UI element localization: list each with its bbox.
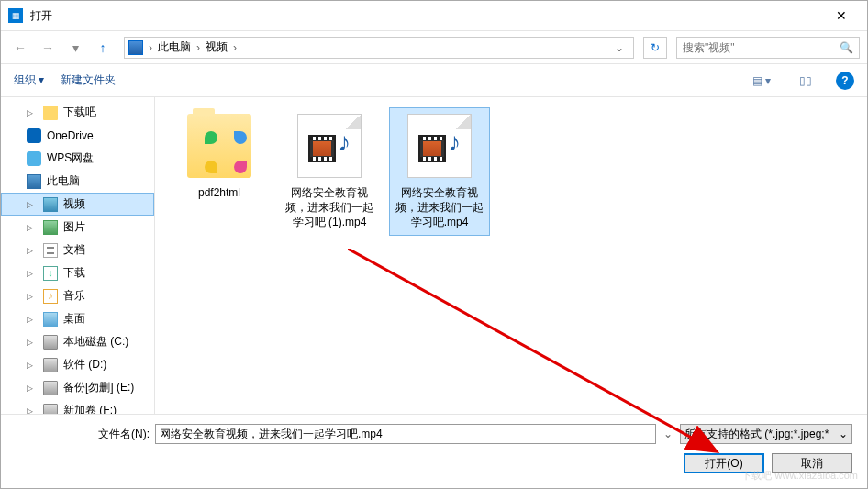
sidebar-item-6[interactable]: ▷文档 [1, 239, 154, 261]
file-label: 网络安全教育视频，进来我们一起学习吧.mp4 [392, 185, 487, 229]
tree-label: WPS网盘 [47, 150, 94, 166]
tree-icon [43, 381, 58, 395]
expand-icon: ▷ [27, 223, 33, 232]
filename-input[interactable] [155, 424, 656, 444]
tree-icon [43, 404, 58, 415]
tree-label: 图片 [63, 219, 85, 235]
sidebar-item-3[interactable]: 此电脑 [1, 170, 154, 193]
breadcrumb-dropdown[interactable]: ⌄ [609, 41, 629, 54]
chevron-right-icon: › [231, 41, 239, 54]
breadcrumb-root[interactable]: 此电脑 [154, 39, 195, 55]
breadcrumb-current[interactable]: 视频 [202, 39, 231, 55]
file-label: 网络安全教育视频，进来我们一起学习吧 (1).mp4 [282, 185, 377, 229]
expand-icon: ▷ [27, 108, 33, 117]
window-title: 打开 [30, 8, 52, 24]
preview-pane-button[interactable]: ▯▯ [792, 71, 819, 91]
tree-label: 本地磁盘 (C:) [63, 334, 128, 350]
tree-icon [43, 312, 58, 327]
dialog-body: ▷下载吧OneDriveWPS网盘此电脑▷视频▷图片▷文档▷下载▷音乐▷桌面▷本… [1, 96, 867, 414]
view-icons-button[interactable]: ▤ ▾ [748, 71, 775, 91]
tree-icon [43, 266, 58, 281]
tree-label: 文档 [63, 242, 85, 258]
nav-forward-button[interactable]: → [36, 37, 60, 59]
sidebar-item-12[interactable]: ▷备份[勿删] (E:) [1, 376, 154, 399]
sidebar-item-0[interactable]: ▷下载吧 [1, 101, 154, 124]
expand-icon: ▷ [27, 292, 33, 301]
toolbar: 组织 ▾ 新建文件夹 ▤ ▾ ▯▯ ? [1, 63, 867, 96]
cancel-button[interactable]: 取消 [772, 453, 852, 473]
file-open-dialog: ▦ 打开 ✕ ← → ▾ ↑ › 此电脑 › 视频 › ⌄ ↻ 🔍 组织 ▾ 新… [0, 0, 868, 489]
video-file-icon: ♪ [407, 114, 472, 178]
tree-label: 音乐 [63, 288, 85, 304]
sidebar-item-4[interactable]: ▷视频 [1, 193, 154, 216]
sidebar-item-5[interactable]: ▷图片 [1, 216, 154, 239]
chevron-right-icon: › [195, 41, 202, 54]
file-item-2[interactable]: ♪网络安全教育视频，进来我们一起学习吧.mp4 [390, 108, 489, 235]
file-label: pdf2html [198, 185, 240, 200]
tree-icon [43, 197, 58, 212]
sidebar-item-2[interactable]: WPS网盘 [1, 147, 154, 170]
tree-icon [43, 289, 58, 304]
expand-icon: ▷ [27, 338, 33, 347]
filename-label: 文件名(N): [16, 427, 150, 442]
pc-icon [128, 40, 143, 55]
dialog-footer: 文件名(N): ⌄ 所有支持的格式 (*.jpg;*.jpeg;* ⌄ 打开(O… [1, 414, 867, 488]
filetype-label: 所有支持的格式 (*.jpg;*.jpeg;* [684, 427, 839, 442]
expand-icon: ▷ [27, 406, 33, 415]
tree-label: 软件 (D:) [63, 357, 106, 372]
file-item-0[interactable]: pdf2html [170, 108, 269, 206]
nav-bar: ← → ▾ ↑ › 此电脑 › 视频 › ⌄ ↻ 🔍 [1, 30, 867, 63]
folder-icon [187, 114, 251, 178]
search-box[interactable]: 🔍 [676, 37, 860, 59]
sidebar-item-11[interactable]: ▷软件 (D:) [1, 353, 154, 376]
expand-icon: ▷ [27, 361, 33, 370]
app-icon: ▦ [8, 8, 23, 23]
tree-icon [43, 243, 58, 258]
open-button[interactable]: 打开(O) [684, 453, 764, 473]
nav-back-button[interactable]: ← [8, 37, 32, 59]
tree-icon [43, 220, 58, 235]
tree-icon [27, 128, 41, 143]
chevron-down-icon: ⌄ [839, 428, 848, 440]
filename-dropdown[interactable]: ⌄ [662, 428, 674, 440]
organize-button[interactable]: 组织 ▾ [14, 72, 44, 88]
sidebar-item-7[interactable]: ▷下载 [1, 261, 154, 284]
tree-label: 下载 [63, 265, 85, 281]
titlebar: ▦ 打开 ✕ [1, 1, 867, 30]
refresh-button[interactable]: ↻ [643, 37, 667, 59]
tree-label: OneDrive [47, 129, 94, 142]
expand-icon: ▷ [27, 246, 33, 255]
tree-icon [43, 335, 58, 350]
breadcrumb[interactable]: › 此电脑 › 视频 › ⌄ [124, 37, 634, 59]
tree-icon [27, 151, 41, 166]
tree-label: 此电脑 [47, 173, 80, 189]
filetype-dropdown[interactable]: 所有支持的格式 (*.jpg;*.jpeg;* ⌄ [680, 424, 852, 444]
sidebar-item-1[interactable]: OneDrive [1, 124, 154, 147]
help-button[interactable]: ? [836, 72, 854, 90]
sidebar-item-13[interactable]: ▷新加卷 (F:) [1, 399, 154, 414]
tree-label: 桌面 [63, 311, 85, 327]
tree-label: 视频 [63, 196, 85, 212]
tree-icon [43, 106, 58, 120]
file-list[interactable]: pdf2html♪网络安全教育视频，进来我们一起学习吧 (1).mp4♪网络安全… [155, 97, 867, 414]
nav-up-button[interactable]: ↑ [91, 37, 115, 59]
close-button[interactable]: ✕ [823, 3, 860, 28]
tree-label: 下载吧 [63, 105, 96, 120]
search-icon[interactable]: 🔍 [840, 41, 853, 54]
sidebar-item-10[interactable]: ▷本地磁盘 (C:) [1, 330, 154, 353]
search-input[interactable] [683, 41, 840, 54]
expand-icon: ▷ [27, 315, 33, 324]
sidebar-item-8[interactable]: ▷音乐 [1, 284, 154, 307]
nav-recent-dropdown[interactable]: ▾ [63, 37, 87, 59]
expand-icon: ▷ [27, 383, 33, 393]
new-folder-button[interactable]: 新建文件夹 [61, 72, 116, 88]
tree-label: 新加卷 (F:) [63, 403, 117, 414]
tree-label: 备份[勿删] (E:) [63, 380, 134, 395]
tree-icon [27, 174, 41, 189]
sidebar-item-9[interactable]: ▷桌面 [1, 307, 154, 330]
expand-icon: ▷ [27, 269, 33, 278]
video-file-icon: ♪ [297, 114, 362, 178]
chevron-right-icon: › [147, 41, 154, 54]
tree-icon [43, 358, 58, 372]
file-item-1[interactable]: ♪网络安全教育视频，进来我们一起学习吧 (1).mp4 [280, 108, 379, 235]
